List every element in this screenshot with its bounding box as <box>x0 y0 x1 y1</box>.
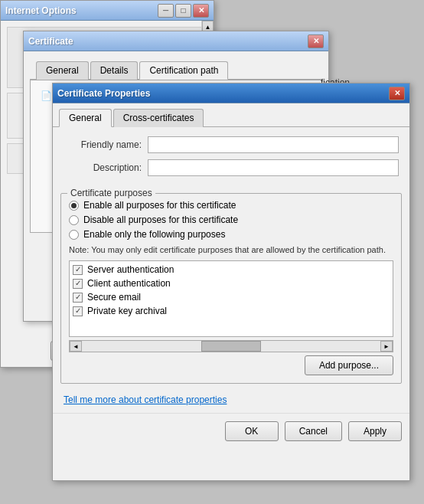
cert-note: Note: You may only edit certificate purp… <box>69 244 393 256</box>
cert-properties-link[interactable]: Tell me more about certificate propertie… <box>64 394 227 405</box>
cert-props-close-button[interactable]: ✕ <box>389 87 405 100</box>
internet-options-buttons: ─ □ ✕ <box>158 4 209 18</box>
internet-options-titlebar: Internet Options ─ □ ✕ <box>1 1 214 21</box>
friendly-name-label: Friendly name: <box>64 139 148 150</box>
scroll-left-icon[interactable]: ◄ <box>70 341 82 352</box>
checkbox-secure-email[interactable]: Secure email <box>73 292 390 303</box>
friendly-name-row: Friendly name: <box>64 136 399 153</box>
cert-props-window: Certificate Properties ✕ General Cross-c… <box>52 83 410 481</box>
radio-enable-all[interactable] <box>69 201 79 211</box>
cert-props-button-row: OK Cancel Apply <box>53 413 409 449</box>
radio-enable-only[interactable] <box>69 230 79 240</box>
certificate-tab-bar: General Details Certification path <box>30 56 322 80</box>
radio-enable-all-label: Enable all purposes for this certificate <box>83 200 236 211</box>
scroll-track <box>82 341 380 352</box>
checkbox-client-auth[interactable]: Client authentication <box>73 278 390 289</box>
checkbox-private-key-label: Private key archival <box>87 306 167 316</box>
certificate-title: Certificate <box>28 36 73 47</box>
tab-cross-certs[interactable]: Cross-certificates <box>113 109 204 127</box>
checkbox-client-auth-label: Client authentication <box>87 278 171 289</box>
checkbox-private-key-box[interactable] <box>73 306 83 316</box>
description-label: Description: <box>64 162 148 173</box>
cert-props-form: Friendly name: Description: <box>53 127 409 187</box>
apply-button[interactable]: Apply <box>348 421 402 441</box>
internet-options-title: Internet Options <box>5 5 77 16</box>
cert-props-title-buttons: ✕ <box>389 87 405 100</box>
checkbox-server-auth-label: Server authentication <box>87 264 174 275</box>
checkbox-server-auth-box[interactable] <box>73 265 83 275</box>
scroll-right-icon[interactable]: ► <box>380 341 393 352</box>
checkbox-secure-email-box[interactable] <box>73 293 83 303</box>
checkbox-server-auth[interactable]: Server authentication <box>73 264 390 275</box>
link-container: Tell me more about certificate propertie… <box>53 390 409 413</box>
description-input[interactable] <box>148 159 399 176</box>
checkbox-secure-email-label: Secure email <box>87 292 141 303</box>
checkbox-private-key[interactable]: Private key archival <box>73 306 390 316</box>
radio-disable-all[interactable] <box>69 215 79 225</box>
scroll-thumb[interactable] <box>201 341 261 352</box>
tab-details[interactable]: Details <box>90 61 139 80</box>
radio-enable-all-row[interactable]: Enable all purposes for this certificate <box>69 200 393 211</box>
minimize-button[interactable]: ─ <box>158 4 174 18</box>
group-box-title: Certificate purposes <box>67 188 155 198</box>
close-button[interactable]: ✕ <box>193 4 209 18</box>
tab-certification-path[interactable]: Certification path <box>139 61 228 80</box>
certificate-titlebar: Certificate ✕ <box>24 31 328 51</box>
cert-close-button[interactable]: ✕ <box>308 34 324 48</box>
cert-purposes-group: Certificate purposes Enable all purposes… <box>60 193 402 384</box>
radio-disable-all-label: Disable all purposes for this certificat… <box>83 214 238 225</box>
certificate-title-buttons: ✕ <box>308 34 324 48</box>
cancel-button[interactable]: Cancel <box>285 421 342 441</box>
add-purpose-button[interactable]: Add purpose... <box>305 355 393 375</box>
description-row: Description: <box>64 159 399 176</box>
maximize-button[interactable]: □ <box>175 4 191 18</box>
cert-props-tab-bar: General Cross-certificates <box>53 103 409 127</box>
tab-general[interactable]: General <box>36 61 89 80</box>
radio-disable-all-row[interactable]: Disable all purposes for this certificat… <box>69 214 393 225</box>
cert-props-title: Certificate Properties <box>57 88 150 99</box>
add-purpose-container: Add purpose... <box>69 355 393 375</box>
cert-props-titlebar: Certificate Properties ✕ <box>53 83 409 103</box>
radio-enable-only-row[interactable]: Enable only the following purposes <box>69 229 393 240</box>
tab-general-active[interactable]: General <box>59 109 112 127</box>
radio-enable-only-label: Enable only the following purposes <box>83 229 225 240</box>
horizontal-scrollbar: ◄ ► <box>69 340 393 352</box>
checkbox-list: Server authentication Client authenticat… <box>69 260 393 337</box>
ok-button[interactable]: OK <box>225 421 279 441</box>
checkbox-client-auth-box[interactable] <box>73 279 83 289</box>
friendly-name-input[interactable] <box>148 136 399 153</box>
